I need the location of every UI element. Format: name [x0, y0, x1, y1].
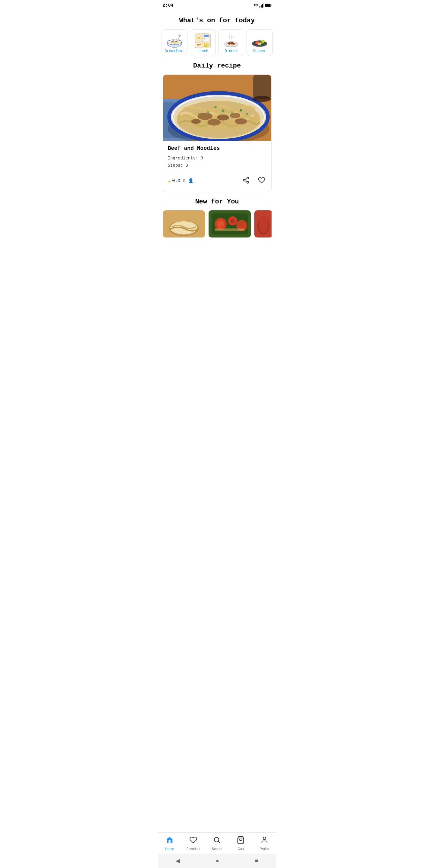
supper-icon	[250, 33, 269, 49]
wifi-icon	[253, 4, 258, 7]
svg-rect-5	[271, 5, 271, 6]
svg-point-74	[188, 107, 248, 131]
star-icon: ★	[168, 178, 171, 184]
svg-rect-6	[265, 4, 270, 7]
svg-point-33	[228, 42, 230, 44]
svg-point-10	[172, 41, 173, 42]
svg-point-11	[173, 40, 175, 41]
reviewer-count: 0 👤	[183, 178, 194, 184]
svg-point-73	[246, 113, 248, 115]
battery-icon	[265, 4, 272, 7]
svg-point-46	[257, 41, 258, 41]
svg-rect-3	[263, 3, 264, 7]
svg-point-13	[176, 41, 178, 42]
lunch-label: Lunch	[197, 49, 208, 53]
supper-label: Supper	[253, 49, 266, 53]
svg-point-48	[258, 43, 260, 44]
daily-recipe-section: Daily recipe	[158, 62, 276, 192]
meal-card-breakfast[interactable]: Breakfast	[161, 29, 187, 56]
status-time: 2:04	[163, 3, 174, 8]
meal-card-supper[interactable]: Supper	[247, 29, 273, 56]
steps-text: Steps: 3	[168, 162, 267, 169]
dinner-label: Dinner	[225, 49, 238, 53]
person-icon: 👤	[188, 179, 194, 184]
svg-point-76	[253, 96, 271, 102]
dinner-icon	[222, 33, 240, 49]
page-title: What's on for today	[158, 17, 276, 24]
breakfast-icon	[165, 33, 184, 49]
svg-point-15	[175, 42, 176, 43]
svg-point-17	[179, 35, 181, 36]
meal-card-dinner[interactable]: Dinner	[218, 29, 244, 56]
new-item-2[interactable]	[209, 210, 251, 238]
recipe-footer: ★ 0.0 0 👤	[168, 173, 267, 189]
recipe-image	[163, 75, 271, 141]
svg-rect-92	[215, 228, 245, 231]
favorite-button[interactable]	[257, 176, 267, 187]
svg-point-9	[169, 41, 180, 44]
recipe-card[interactable]: Beef and Noodles Ingredients: 9 Steps: 3…	[163, 74, 272, 192]
ingredients-text: Ingredients: 9	[168, 155, 267, 162]
svg-rect-2	[262, 4, 263, 7]
svg-point-45	[255, 42, 256, 43]
recipe-meta: Ingredients: 9 Steps: 3	[168, 155, 267, 169]
new-item-1[interactable]	[163, 210, 205, 238]
breakfast-label: Breakfast	[164, 49, 184, 53]
new-for-you-title: New for You	[163, 198, 272, 206]
svg-text:MILK: MILK	[204, 38, 209, 40]
svg-rect-75	[253, 75, 271, 99]
daily-recipe-title: Daily recipe	[163, 62, 272, 70]
svg-point-26	[198, 44, 201, 45]
new-for-you-section: New for You	[158, 198, 276, 239]
share-icon	[242, 177, 250, 184]
svg-line-81	[245, 179, 247, 180]
main-content: What's on for today	[158, 17, 276, 263]
svg-point-88	[217, 220, 224, 227]
svg-point-14	[173, 42, 173, 43]
action-icons	[241, 176, 267, 187]
rating-score: 0.0	[172, 179, 180, 184]
meal-categories: Breakfast	[158, 29, 276, 56]
rating-area: ★ 0.0 0 👤	[168, 178, 194, 184]
new-item-3[interactable]	[254, 210, 272, 238]
recipe-image-svg	[163, 75, 271, 141]
svg-rect-0	[259, 6, 260, 7]
status-icons	[253, 3, 272, 7]
meal-card-lunch[interactable]: MILK Lunch	[190, 29, 216, 56]
new-items-row	[163, 210, 272, 239]
status-bar: 2:04	[158, 0, 276, 11]
svg-rect-1	[261, 5, 261, 7]
svg-point-23	[197, 37, 200, 39]
share-button[interactable]	[241, 176, 251, 187]
svg-line-80	[245, 181, 247, 182]
review-count-number: 0	[183, 179, 185, 184]
recipe-info: Beef and Noodles Ingredients: 9 Steps: 3…	[163, 141, 271, 192]
svg-point-35	[233, 43, 235, 45]
svg-point-90	[230, 218, 235, 223]
svg-rect-28	[204, 35, 209, 37]
recipe-name: Beef and Noodles	[168, 145, 267, 151]
lunch-icon: MILK	[194, 33, 212, 49]
heart-icon	[258, 177, 265, 184]
signal-icon	[259, 3, 264, 7]
